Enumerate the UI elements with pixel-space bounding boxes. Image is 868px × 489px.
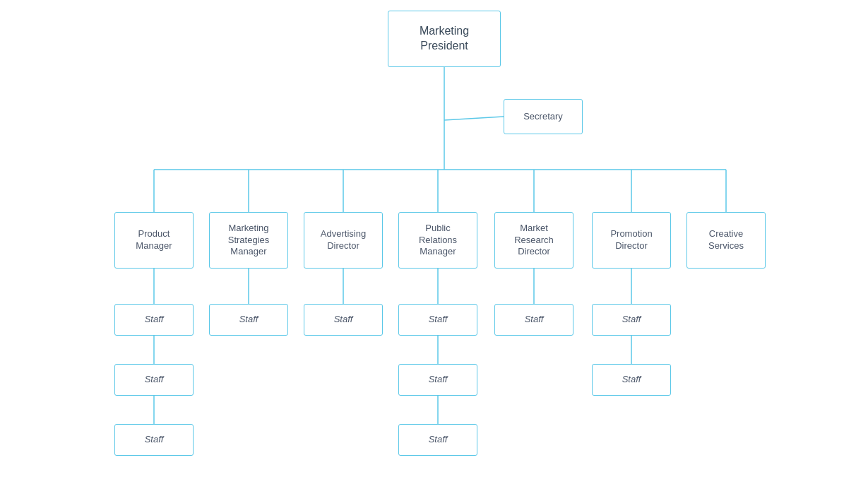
- pm-staff-3: Staff: [114, 424, 194, 456]
- pr-staff-1: Staff: [398, 304, 477, 336]
- pd-staff-1: Staff: [592, 304, 671, 336]
- pd-staff-2: Staff: [592, 364, 671, 396]
- advertising-director-node: Advertising Director: [304, 212, 383, 269]
- pm-staff-2: Staff: [114, 364, 194, 396]
- market-research-node: Market Research Director: [494, 212, 573, 269]
- creative-services-node: Creative Services: [686, 212, 766, 269]
- product-manager-node: Product Manager: [114, 212, 194, 269]
- marketing-president-node: Marketing President: [388, 11, 501, 67]
- pm-staff-1: Staff: [114, 304, 194, 336]
- mr-staff-1: Staff: [494, 304, 573, 336]
- pr-staff-3: Staff: [398, 424, 477, 456]
- marketing-strategies-node: Marketing Strategies Manager: [209, 212, 288, 269]
- promotion-director-node: Promotion Director: [592, 212, 671, 269]
- ad-staff-1: Staff: [304, 304, 383, 336]
- svg-line-1: [444, 117, 504, 120]
- org-chart: Marketing President Secretary Product Ma…: [0, 0, 868, 489]
- pr-staff-2: Staff: [398, 364, 477, 396]
- ms-staff-1: Staff: [209, 304, 288, 336]
- public-relations-node: Public Relations Manager: [398, 212, 477, 269]
- secretary-node: Secretary: [504, 99, 583, 134]
